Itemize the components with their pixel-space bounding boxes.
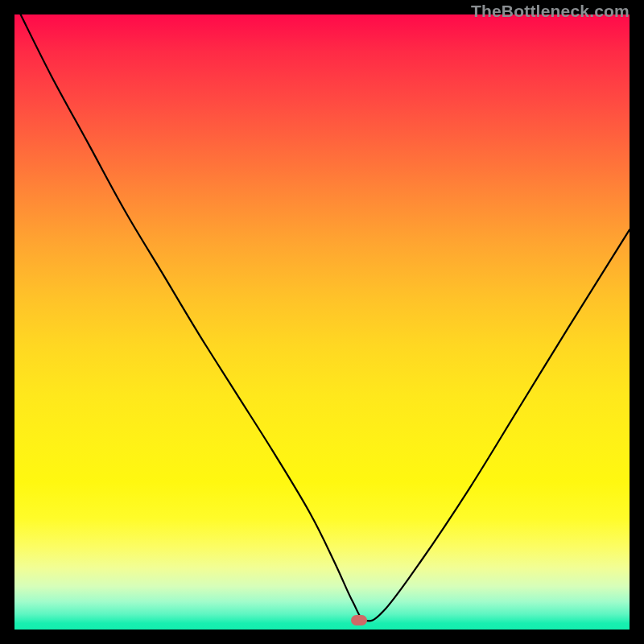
chart-frame: TheBottleneck.com (0, 0, 644, 644)
bottleneck-curve (14, 14, 630, 630)
plot-area (14, 14, 630, 630)
optimal-point-marker (351, 615, 367, 625)
attribution-text: TheBottleneck.com (471, 2, 630, 21)
